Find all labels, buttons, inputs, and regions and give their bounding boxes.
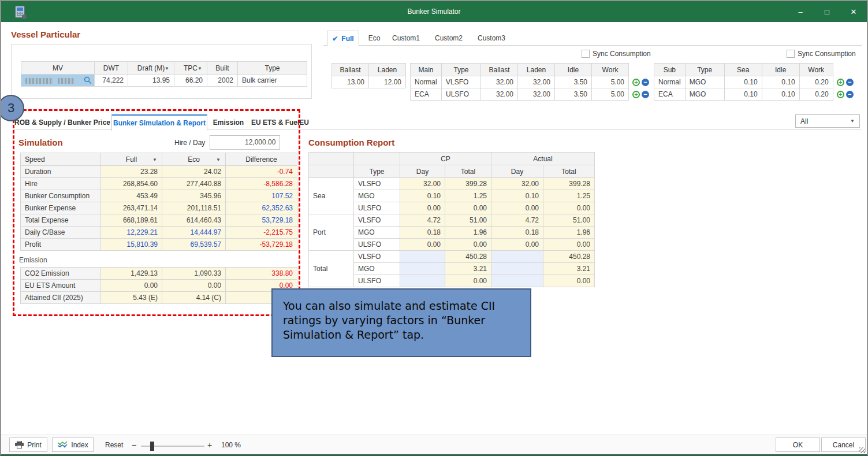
vessel-name-field[interactable] [21,75,95,87]
table-row: Daily C/Base12,229.2114,444.97-2,215.75 [21,227,297,239]
index-button[interactable]: Index [52,438,94,452]
checkmark-icon: ✔ [332,35,338,43]
checkbox-icon[interactable] [787,50,795,58]
dropdown-arrow-icon[interactable]: ▼ [152,157,157,162]
tab-custom1[interactable]: Custom1 [388,31,424,46]
sync-consumption-2[interactable]: Sync Consumption [787,50,856,58]
dropdown-arrow-icon[interactable]: ▼ [165,66,169,71]
remove-row-icon[interactable]: − [846,79,854,86]
print-button[interactable]: Print [9,438,47,452]
add-row-icon[interactable]: + [632,79,640,86]
vessel-tpc[interactable]: 66.20 [174,75,207,87]
col-type: Type [442,64,481,76]
col-laden: Laden [518,64,555,76]
reset-button[interactable]: Reset [105,441,123,449]
checkbox-icon[interactable] [582,50,590,58]
printer-icon [15,441,24,448]
vessel-particular-panel: MV DWT Draft (M)▼ TPC▼ Built Type [11,44,312,99]
add-row-icon[interactable]: + [837,91,844,98]
col-full[interactable]: Full▼ [101,153,162,166]
group-cp: CP [400,153,491,165]
table-row: Normal VLSFO 32.00 32.00 3.50 5.00 +− [411,76,651,88]
emission-table: CO2 Emission1,429.131,090.33338.80 EU ET… [20,267,297,304]
maximize-icon[interactable]: □ [814,1,840,22]
table-row: Duration23.2824.02-0.74 [21,166,297,178]
speed-tabstrip: ✔ Full Eco Custom1 Custom2 Custom3 [323,31,862,46]
col-ballast: Ballast [332,64,369,76]
table-row: TotalVLSFO450.28450.28 [309,251,595,263]
col-eco[interactable]: Eco▼ [162,153,226,166]
search-icon[interactable] [84,76,92,86]
hire-day-input[interactable]: 12,000.00 [210,135,280,150]
add-row-icon[interactable]: + [837,79,844,86]
close-icon[interactable]: ✕ [840,1,867,22]
remove-row-icon[interactable]: − [642,79,649,86]
table-row: Bunker Expense263,471.14201,118.5162,352… [21,202,297,214]
vessel-built[interactable]: 2002 [207,75,238,87]
col-tpc[interactable]: TPC▼ [174,62,207,75]
col-type: Type [238,62,307,75]
remove-row-icon[interactable]: − [846,91,854,98]
footer-bar: Print Index Reset − + 100 % OK Cancel [1,435,867,454]
tab-bunker-simulation[interactable]: Bunker Simulation & Report [111,114,207,131]
col-difference: Difference [226,153,297,166]
window-title: Bunker Simulator [1,8,867,16]
col-built: Built [207,62,238,75]
vessel-draft[interactable]: 13.95 [128,75,174,87]
sync-consumption-1[interactable]: Sync Consumption [582,50,651,58]
tab-custom2[interactable]: Custom2 [431,31,467,46]
tab-rob-supply[interactable]: ROB & Supply / Bunker Price [13,115,111,130]
zoom-slider-thumb[interactable] [150,442,154,451]
col-cp-day: Day [400,165,445,178]
table-row: PortVLSFO4.7251.004.7251.00 [309,214,595,227]
annotation-tooltip: You can also simulate and estimate CII r… [271,288,531,357]
tab-emission[interactable]: Emission [210,115,247,130]
table-row: SeaVLSFO32.00399.2832.00399.28 [309,178,595,190]
speed-table: Ballast Laden 13.00 12.00 [331,63,406,88]
table-row: 13.00 12.00 [332,76,406,88]
vessel-name-redacted [25,78,53,84]
remove-row-icon[interactable]: − [642,91,649,98]
table-row: CO2 Emission1,429.131,090.33338.80 [21,268,297,280]
simulation-table: Speed Full▼ Eco▼ Difference Duration23.2… [20,153,297,251]
simulation-title: Simulation [18,138,63,147]
col-sea: Sea [724,64,762,76]
col-idle: Idle [555,64,592,76]
sub-consumption-table: Sub Type Sea Idle Work Normal MGO 0.10 0… [654,63,855,101]
chevron-down-icon: ▼ [850,118,855,124]
resize-grip[interactable] [859,447,865,453]
table-row: Bunker Consumption453.49345.96107.52 [21,190,297,202]
speed-ballast[interactable]: 13.00 [332,76,369,88]
bunker-simulator-window: Bunker Simulator – □ ✕ Vessel Particular… [0,0,868,456]
tab-full[interactable]: ✔ Full [327,31,359,46]
report-tabstrip: ROB & Supply / Bunker Price Bunker Simul… [13,114,861,130]
consumption-report-table: CP Actual Type Day Total Day Total SeaVL… [308,152,595,287]
col-draft[interactable]: Draft (M)▼ [128,62,174,75]
vessel-dwt[interactable]: 74,222 [95,75,128,87]
col-mv: MV [21,62,95,75]
speed-laden[interactable]: 12.00 [369,76,406,88]
dropdown-arrow-icon[interactable]: ▼ [216,157,221,162]
tab-eco[interactable]: Eco [362,31,387,46]
ok-button[interactable]: OK [776,438,820,452]
col-type: Type [354,165,400,178]
zoom-out-icon[interactable]: − [132,440,136,450]
add-row-icon[interactable]: + [632,91,640,98]
tab-custom3[interactable]: Custom3 [474,31,509,46]
col-cp-total: Total [445,165,491,178]
dropdown-arrow-icon[interactable]: ▼ [198,66,202,71]
table-row: ECA MGO 0.10 0.10 0.20 +− [654,88,855,101]
vessel-type[interactable]: Bulk carrier [238,75,307,87]
col-work: Work [592,64,629,76]
col-actual-total: Total [543,165,595,178]
zoom-in-icon[interactable]: + [207,440,212,450]
filter-dropdown[interactable]: All ▼ [795,114,860,128]
col-type: Type [685,64,724,76]
group-actual: Actual [491,153,595,165]
col-speed: Speed [21,153,101,166]
table-row: Normal MGO 0.10 0.10 0.20 +− [654,76,855,88]
col-main: Main [411,64,442,76]
tab-eu-ets-fueleu[interactable]: EU ETS & FuelEU [249,115,311,130]
minimize-icon[interactable]: – [787,1,814,22]
index-chart-icon [57,440,68,450]
